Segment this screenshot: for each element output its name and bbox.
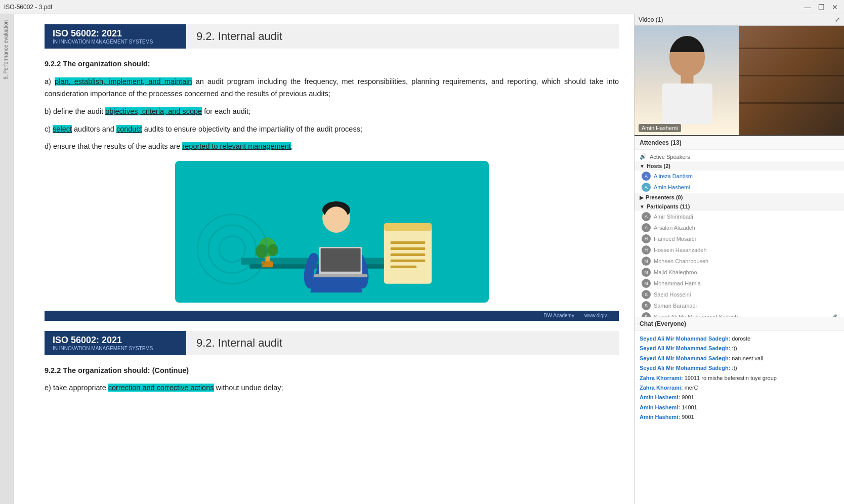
chat-msg-5: Zahra Khorrami: 19011 ro mishe beferesti… [640,374,839,382]
attendee-amin[interactable]: A Amin Hashemi [635,182,844,193]
content-item-a: a) plan, establish, implement, and maint… [45,75,619,100]
msg-sender-6: Zahra Khorrami: [640,385,683,391]
avatar-p4: H [642,245,651,255]
content-intro-2: 9.2.2 The organization should: (Continue… [45,364,619,377]
hosts-label: Hosts (2) [647,163,670,169]
participants-arrow-icon: ▼ [640,204,645,209]
pdf-viewer[interactable]: 9. Performance evaluation ISO 56002: 202… [0,14,634,504]
pdf-side-tab: 9. Performance evaluation [0,14,14,504]
msg-text-5: 19011 ro mishe beferestin tuye group [685,375,777,381]
pdf-main-title: ISO 56002: 2021 [53,28,178,39]
avatar-p7: M [642,279,651,288]
window-controls[interactable]: — ❐ ✕ [802,3,840,11]
video-person-bg [635,26,739,135]
presenters-group-header[interactable]: ▶ Presenters (0) [635,193,844,202]
restore-button[interactable]: ❐ [816,3,827,11]
chat-msg-8: Amin Hashemi: 14001 [640,404,839,411]
host-name-amin: Amin Hashemi [654,184,690,190]
shelf-3 [729,102,844,104]
attendees-title: Attendees (13) [640,139,682,146]
video-expand-icon[interactable]: ⤢ [835,16,840,23]
page-header-1: ISO 56002: 2021 IN INNOVATION MANAGEMENT… [45,24,619,49]
illustration [175,161,489,303]
title-bar-left: ISO-56002 - 3.pdf [4,4,52,11]
content-item-e: e) take appropriate correction and corre… [45,382,619,394]
participant-4[interactable]: H Hossein Hasanzadeh [635,244,844,256]
msg-text-6: merC [685,385,698,391]
msg-text-8: 14001 [682,404,697,410]
minimize-button[interactable]: — [802,3,813,11]
svg-rect-13 [314,274,367,277]
participant-2[interactable]: A Arsalan Alizadeh [635,222,844,233]
svg-rect-16 [390,241,425,244]
avatar-p1: A [642,212,651,221]
msg-sender-7: Amin Hashemi: [640,394,680,400]
participant-name-2: Arsalan Alizadeh [654,225,695,231]
host-name-alireza: Alireza Dantism [654,173,693,179]
avatar-amin: A [642,183,651,192]
footer-brand: DW Academy [543,313,574,318]
svg-point-7 [268,244,278,256]
svg-rect-19 [390,260,425,262]
section-title-2: 9.2. Internal audit [196,337,282,350]
participant-3[interactable]: H Hameed Mosaïbi [635,233,844,244]
video-name-tag: Amin Hashemi [639,124,681,132]
active-speakers-row: 🔊 Active Speakers [635,152,844,161]
pdf-content-2: 9.2.2 The organization should: (Continue… [45,364,619,394]
shelf-2 [729,75,844,76]
item-e-highlight: correction and corrective actions [108,384,214,392]
page-header-gray-2: 9.2. Internal audit [186,331,619,355]
participant-name-8: Saeid Hosseini [654,291,691,298]
item-b-post: for each audit; [202,107,250,115]
video-section: Video (1) ⤢ [635,14,844,136]
item-a-highlight: plan, establish, implement, and maintain [55,77,192,86]
video-bg [729,26,844,135]
participant-7[interactable]: M Mohammad Hamia [635,278,844,289]
attendees-header: Attendees (13) [635,136,844,150]
chat-messages[interactable]: Seyed Ali Mir Mohammad Sadegh: doroste S… [635,331,844,504]
chat-header: Chat (Everyone) [635,317,844,331]
svg-rect-18 [390,254,425,256]
hosts-group-header[interactable]: ▼ Hosts (2) [635,161,844,171]
intro-text-2: 9.2.2 The organization should: (Continue… [45,366,189,374]
item-d-post: ; [291,142,293,150]
person-head [669,36,705,76]
chat-msg-2: Seyed Ali Mir Mohammad Sadegh: :)) [640,345,839,352]
attendees-list: 🔊 Active Speakers ▼ Hosts (2) A Alireza … [635,150,844,317]
avatar-p9: S [642,301,651,310]
active-speakers-label: Active Speakers [650,154,690,160]
svg-rect-17 [390,247,425,250]
video-title: Video (1) [639,16,663,23]
item-c-mid: auditors and [72,125,116,133]
content-item-c: c) select auditors and conduct audits to… [45,123,619,136]
msg-sender-9: Amin Hashemi: [640,414,680,420]
content-item-d: d) ensure that the results of the audits… [45,140,619,153]
page-header-gray: 9.2. Internal audit [186,24,619,49]
participants-label: Participants (11) [647,203,690,209]
participant-name-7: Mohammad Hamia [654,280,701,286]
svg-rect-12 [320,248,360,271]
participant-1[interactable]: A Amir Shirimbadi [635,211,844,222]
participant-8[interactable]: S Saeid Hosseini [635,289,844,300]
participant-5[interactable]: M Mohsen Chahrbouseh [635,256,844,267]
attendee-alireza[interactable]: A Alireza Dantism [635,171,844,182]
pdf-subtitle: IN INNOVATION MANAGEMENT SYSTEMS [53,39,178,45]
pdf-subtitle-2: IN INNOVATION MANAGEMENT SYSTEMS [53,346,178,351]
pdf-page-2: ISO 56002: 2021 IN INNOVATION MANAGEMENT… [29,321,634,394]
svg-point-10 [324,206,348,232]
participant-10[interactable]: S Seyed Ali Mir Mohammad Sadegh 🎤 [635,311,844,317]
close-button[interactable]: ✕ [830,3,840,11]
participant-6[interactable]: M Majid Khaleghroo [635,267,844,278]
participants-group-header[interactable]: ▼ Participants (11) [635,202,844,211]
hosts-arrow-icon: ▼ [640,163,645,169]
chat-msg-9: Amin Hashemi: 9001 [640,413,839,421]
avatar-alireza: A [642,172,651,181]
participant-9[interactable]: S Saman Baramadi [635,300,844,311]
msg-sender-1: Seyed Ali Mir Mohammad Sadegh: [640,335,730,342]
pdf-pages[interactable]: ISO 56002: 2021 IN INNOVATION MANAGEMENT… [14,14,634,504]
msg-sender-8: Amin Hashemi: [640,404,680,410]
chat-msg-3: Seyed Ali Mir Mohammad Sadegh: natunest … [640,355,839,362]
chat-msg-4: Seyed Ali Mir Mohammad Sadegh: :)) [640,364,839,372]
attendees-section[interactable]: Attendees (13) 🔊 Active Speakers ▼ Hosts… [635,136,844,317]
msg-text-9: 9001 [682,414,694,420]
